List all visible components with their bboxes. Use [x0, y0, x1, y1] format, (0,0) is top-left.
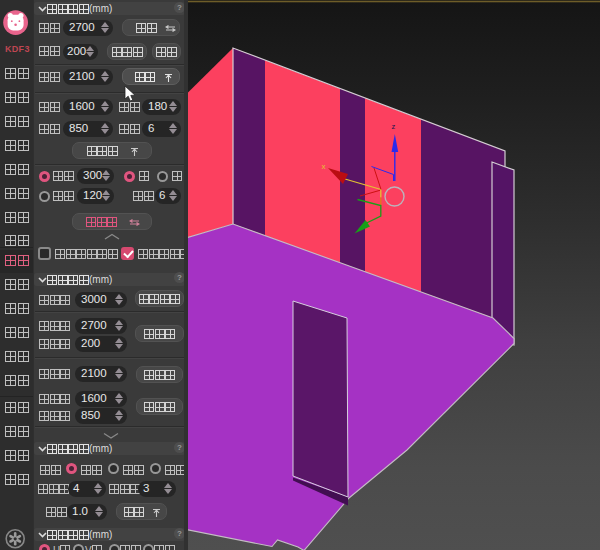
svg-text:z: z [392, 122, 396, 131]
svg-text:x: x [322, 162, 326, 171]
